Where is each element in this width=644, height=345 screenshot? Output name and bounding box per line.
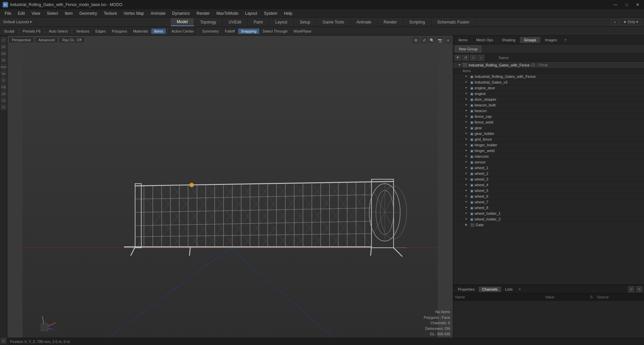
tab-images[interactable]: Images: [541, 37, 561, 43]
ray-gl-button[interactable]: Ray GL: Off: [59, 37, 85, 43]
tab-items[interactable]: Items: [454, 37, 472, 43]
sidebar-qu-icon[interactable]: Qu: [1, 91, 7, 97]
mode-tab-uvedit[interactable]: UVEdit: [223, 18, 248, 26]
vertices-button[interactable]: Vertices: [73, 29, 92, 34]
tree-item-wheel-2[interactable]: ● ▣ wheel_2: [453, 171, 644, 177]
mode-tab-paint[interactable]: Paint: [248, 18, 269, 26]
tree-item-wheel-5[interactable]: ● ▣ wheel_5: [453, 188, 644, 194]
mode-tab-setup[interactable]: Setup: [294, 18, 317, 26]
tree-item-industrial-rolling[interactable]: ● ▣ Industrial_Rolling_Gates_with_Fence: [453, 74, 644, 80]
tree-item-sensor[interactable]: ● ▣ sensor: [453, 159, 644, 165]
tree-item-hinger-weld[interactable]: ● ▣ hinger_weld: [453, 148, 644, 154]
tab-properties[interactable]: Properties: [454, 287, 478, 292]
tree-item-hinger-holder[interactable]: ● ▣ hinger_holder: [453, 142, 644, 148]
tree-item-engine-door[interactable]: ● ▣ engine_door: [453, 85, 644, 91]
tab-groups[interactable]: Groups: [520, 37, 540, 43]
items-button[interactable]: Items: [151, 29, 166, 34]
action-center-button[interactable]: Action Center: [169, 29, 197, 34]
sidebar-wt-icon[interactable]: Wt: [1, 57, 7, 63]
mode-tab-scripting[interactable]: Scripting: [403, 18, 431, 26]
viewport-more-icon[interactable]: ≡: [445, 37, 451, 44]
panel-expand-icon[interactable]: ⤢: [628, 286, 635, 293]
add-tab-button[interactable]: +: [611, 19, 619, 25]
maximize-button[interactable]: □: [624, 2, 630, 8]
tab-lists[interactable]: Lists: [502, 287, 516, 292]
tree-item-fence-weld[interactable]: ● ▣ fence_weld: [453, 119, 644, 125]
tree-item-engine[interactable]: ● ▣ engine: [453, 91, 644, 97]
menu-system[interactable]: System: [261, 10, 281, 16]
tab-channels[interactable]: Channels: [479, 287, 501, 292]
tree-item-intercom[interactable]: ● ▣ intercom: [453, 154, 644, 159]
falloff-button[interactable]: Falloff: [222, 29, 237, 34]
sidebar-def-icon[interactable]: Def: [1, 44, 7, 50]
star-only-button[interactable]: ★ Only ▾: [620, 19, 641, 25]
menu-help[interactable]: Help: [281, 10, 296, 16]
new-group-button[interactable]: New Group: [455, 46, 481, 52]
tab-mesh-ops[interactable]: Mesh Ops: [472, 37, 497, 43]
menu-edit[interactable]: Edit: [14, 10, 28, 16]
sidebar-poly-icon[interactable]: Poly: [1, 84, 7, 90]
tree-group-header[interactable]: ▼ ⬛ Industrial_Rolling_Gates_with_Fence …: [453, 62, 644, 68]
menu-select[interactable]: Select: [44, 10, 61, 16]
mode-tab-topology[interactable]: Topology: [194, 18, 223, 26]
scene-tree[interactable]: ▼ ⬛ Industrial_Rolling_Gates_with_Fence …: [453, 62, 644, 285]
menu-vertex-map[interactable]: Vertex Map: [120, 10, 148, 16]
minimize-button[interactable]: —: [611, 2, 620, 8]
menu-dynamics[interactable]: Dynamics: [169, 10, 193, 16]
sidebar-mesh-icon[interactable]: Mesh: [1, 64, 7, 70]
menu-file[interactable]: File: [1, 10, 14, 16]
eye-icon[interactable]: 👁: [454, 55, 461, 61]
menu-geometry[interactable]: Geometry: [76, 10, 101, 16]
perspective-button[interactable]: Perspective: [9, 37, 34, 43]
menu-maxtomodo[interactable]: MaxToModo: [213, 10, 241, 16]
tree-item-wheel-6[interactable]: ● ▣ wheel_6: [453, 194, 644, 199]
tree-item-fence-cap[interactable]: ● ▣ fence_cap: [453, 114, 644, 119]
sidebar-bottom-icon[interactable]: ◎: [1, 338, 7, 344]
workplane-button[interactable]: WorkPlane: [291, 29, 314, 34]
square-icon[interactable]: □: [470, 55, 477, 61]
close-button[interactable]: ✕: [634, 2, 641, 8]
tree-item-wheel-3[interactable]: ● ▣ wheel_3: [453, 177, 644, 182]
add-panel-tab-button[interactable]: +: [562, 37, 570, 43]
menu-view[interactable]: View: [28, 10, 44, 16]
sidebar-dup-icon[interactable]: Dup: [1, 50, 7, 56]
symmetry-button[interactable]: Symmetry: [200, 29, 222, 34]
mode-tab-game-tools[interactable]: Game Tools: [317, 18, 351, 26]
mode-tab-animate[interactable]: Animate: [351, 18, 378, 26]
sidebar-arrow-icon[interactable]: ↗: [1, 37, 7, 43]
menu-animate[interactable]: Animate: [147, 10, 169, 16]
auto-select-button[interactable]: Auto Select: [46, 29, 70, 34]
tree-item-gear-holder[interactable]: ● ▣ gear_holder: [453, 131, 644, 137]
viewport-settings-icon[interactable]: ⚙: [413, 37, 419, 44]
tree-item-door-stopper[interactable]: ● ▣ door_stopper: [453, 97, 644, 102]
viewport[interactable]: Perspective Advanced Ray GL: Off ⚙ ↺ 🔍 📷…: [7, 36, 453, 345]
viewport-refresh-icon[interactable]: ↺: [421, 37, 427, 44]
sidebar-ver-icon[interactable]: Ver: [1, 70, 7, 77]
mode-tab-model[interactable]: Model: [171, 18, 194, 26]
tree-item-industrial-gates[interactable]: ● ▣ Industrial_Gates_v3: [453, 80, 644, 85]
tree-item-wheel-holder-1[interactable]: ● ▣ wheel_holder_1: [453, 211, 644, 216]
tree-item-wheel-8[interactable]: ● ▣ wheel_8: [453, 205, 644, 211]
select-through-button[interactable]: Select Through: [260, 29, 290, 34]
sidebar-e-icon[interactable]: E: [1, 77, 7, 83]
tree-item-grid-fence[interactable]: ● ▣ grid_fence: [453, 137, 644, 142]
tab-shading[interactable]: Shading: [498, 37, 519, 43]
menu-render[interactable]: Render: [193, 10, 213, 16]
tree-item-wheel-4[interactable]: ● ▣ wheel_4: [453, 182, 644, 188]
tree-item-beacon[interactable]: ● ▣ beacon: [453, 108, 644, 114]
sidebar-uv-icon[interactable]: UV: [1, 97, 7, 103]
tree-item-beacon-bulb[interactable]: ● ▣ beacon_bulb: [453, 102, 644, 108]
mode-tab-render[interactable]: Render: [378, 18, 403, 26]
tree-item-wheel-1[interactable]: ● ▣ wheel_1: [453, 165, 644, 171]
edges-button[interactable]: Edges: [93, 29, 108, 34]
panel-collapse-icon[interactable]: ⤡: [636, 286, 643, 293]
sculpt-button[interactable]: Sculpt: [1, 29, 17, 34]
default-layouts-button[interactable]: Default Layouts ▾: [0, 19, 36, 25]
mode-tab-layout[interactable]: Layout: [269, 18, 294, 26]
mode-tab-schematic-fusion[interactable]: Schematic Fusion: [431, 18, 476, 26]
add-bottom-tab-button[interactable]: +: [517, 286, 523, 292]
polygons-button[interactable]: Polygons: [109, 29, 129, 34]
menu-layout[interactable]: Layout: [242, 10, 261, 16]
menu-item[interactable]: Item: [61, 10, 76, 16]
tree-item-wheel-7[interactable]: ● ▣ wheel_7: [453, 199, 644, 205]
